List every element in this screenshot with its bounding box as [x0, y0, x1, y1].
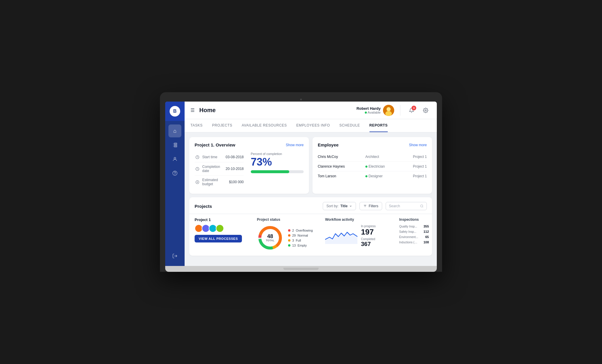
start-time-icon: [195, 154, 200, 160]
svg-rect-0: [174, 143, 177, 144]
employee-card-header: Employee Show more: [318, 142, 427, 147]
inspection-row-3: Inductions (C... 108: [399, 240, 431, 244]
sort-button[interactable]: Sort by: Title: [323, 202, 356, 210]
employee-card: Employee Show more Chris McCoy Architect…: [312, 137, 432, 194]
projects-card: Projects Sort by: Title: [189, 197, 432, 256]
progress-bar: [251, 170, 304, 173]
search-box: [386, 202, 427, 210]
donut-number: 48: [266, 234, 274, 239]
online-dot-2: [365, 175, 367, 177]
project-item-info: Project 1 VIEW ALL PROCESSES: [195, 218, 253, 242]
online-dot-1: [365, 166, 367, 168]
notification-button[interactable]: 3: [406, 105, 417, 116]
mini-avatar-3: [216, 224, 224, 232]
tab-employees-info[interactable]: EMPLOYEES INFO: [296, 119, 330, 132]
tab-available-resources[interactable]: AVAILABLE RESOURCES: [242, 119, 287, 132]
project-status-section: Project status: [257, 218, 322, 251]
logo-icon: B: [170, 106, 180, 117]
inspection-row-0: Quality Insp... 355: [399, 225, 431, 228]
in-progress-value: 197: [361, 228, 376, 236]
svg-point-22: [421, 205, 423, 207]
main-content: ☰ Home Robert Hardy Available: [185, 102, 437, 266]
project-overview-header: Project 1. Overview Show more: [195, 142, 304, 147]
svg-point-8: [175, 174, 175, 174]
estimated-budget-row: Estimated budget $100 000: [195, 176, 244, 188]
donut-label: 48 TOTAL: [266, 234, 274, 242]
inspections-list: Quality Insp... 355 Safety Insp... 11: [399, 225, 431, 244]
employee-show-more[interactable]: Show more: [409, 143, 427, 147]
project-status-title: Project status: [257, 218, 322, 222]
sidebar-item-help[interactable]: [168, 167, 181, 180]
overview-row: Project 1. Overview Show more: [189, 137, 432, 194]
legend-dot-full: [288, 239, 290, 242]
project-overview-card: Project 1. Overview Show more: [189, 137, 309, 194]
completion-date-icon: [195, 166, 200, 171]
notification-badge: 3: [412, 106, 416, 110]
sidebar-nav: ⌂: [168, 121, 181, 250]
project-info: Start time 03-08-2018: [195, 152, 244, 188]
svg-point-13: [425, 109, 427, 111]
chevron-down-icon: [349, 205, 352, 208]
search-icon: [420, 204, 424, 208]
view-all-processes-button[interactable]: VIEW ALL PROCESSES: [195, 235, 242, 242]
budget-icon: [195, 179, 200, 185]
user-name: Robert Hardy: [357, 106, 381, 111]
tab-projects[interactable]: PROJECTS: [212, 119, 232, 132]
projects-title: Projects: [195, 204, 319, 209]
legend-normal: 29 Normal: [288, 234, 313, 237]
tab-schedule[interactable]: SCHEDULE: [339, 119, 360, 132]
filter-icon: [363, 204, 367, 208]
project-completion: Percent of completion 73%: [251, 152, 304, 188]
employee-row-0: Chris McCoy Architect Project 1: [318, 152, 427, 162]
header-divider: [400, 105, 400, 116]
tabs: TASKS PROJECTS AVAILABLE RESOURCES EMPLO…: [185, 119, 437, 132]
svg-point-6: [174, 157, 176, 159]
legend-dot-empty: [288, 244, 290, 247]
inspection-row-1: Safety Insp... 112: [399, 230, 431, 233]
filters-button[interactable]: Filters: [359, 202, 382, 210]
donut-legend: 2 Overflowing 29 Normal: [288, 229, 313, 247]
donut-section: 48 TOTAL 2 Overflowing: [257, 225, 322, 251]
status-indicator: [365, 112, 367, 114]
avatar[interactable]: [383, 105, 394, 116]
workflow-title: Workflow activity: [325, 218, 396, 222]
legend-full: 3 Full: [288, 239, 313, 242]
workflow-section: Workflow activity In progress 197: [325, 218, 396, 247]
tab-tasks[interactable]: TASKS: [190, 119, 203, 132]
menu-icon[interactable]: ☰: [190, 107, 195, 113]
user-info: Robert Hardy Available: [357, 105, 394, 116]
project-overview-title: Project 1. Overview: [195, 142, 235, 147]
svg-rect-2: [174, 146, 177, 147]
user-details: Robert Hardy Available: [357, 106, 381, 114]
progress-bar-fill: [251, 170, 289, 173]
sidebar-bottom[interactable]: [168, 250, 181, 266]
donut-total-label: TOTAL: [266, 239, 274, 242]
sidebar-item-profile[interactable]: [168, 153, 181, 166]
workflow-stats: In progress 197 Completed 367: [361, 225, 376, 247]
page-title: Home: [199, 107, 353, 114]
projects-header: Projects Sort by: Title: [195, 202, 427, 210]
svg-line-23: [422, 207, 423, 207]
donut-chart: 48 TOTAL: [257, 225, 283, 251]
inspection-row-2: Environment... 65: [399, 235, 431, 239]
completed-value: 367: [361, 241, 376, 247]
project-item-name: Project 1: [195, 218, 253, 222]
sidebar-logo[interactable]: B: [165, 102, 185, 121]
svg-point-11: [387, 107, 391, 111]
search-input[interactable]: [389, 204, 418, 208]
sidebar-item-logout[interactable]: [168, 250, 181, 262]
svg-rect-1: [174, 145, 177, 146]
legend-dot-normal: [288, 234, 290, 237]
header: ☰ Home Robert Hardy Available: [185, 102, 437, 119]
project-show-more[interactable]: Show more: [286, 143, 304, 147]
inspections-title: Inspections: [399, 218, 431, 222]
start-time-row: Start time 03-08-2018: [195, 152, 244, 162]
legend-empty: 13 Empty: [288, 244, 313, 247]
employee-row-1: Clarence Haynes Electrician Project 1: [318, 162, 427, 171]
sidebar-item-tasks[interactable]: [168, 139, 181, 151]
legend-overflowing: 2 Overflowing: [288, 229, 313, 232]
project-item-0: Project 1 VIEW ALL PROCESSES: [195, 218, 427, 251]
tab-reports[interactable]: REPORTS: [369, 119, 388, 132]
settings-button[interactable]: [420, 105, 431, 116]
sidebar-item-home[interactable]: ⌂: [168, 124, 181, 137]
